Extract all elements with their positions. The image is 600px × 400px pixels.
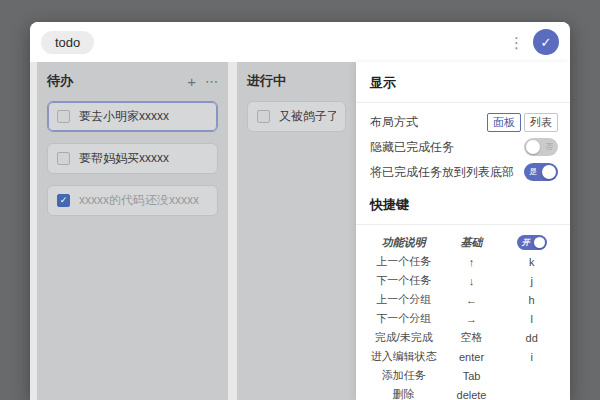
move-completed-toggle[interactable]: 是 [524, 163, 558, 181]
toggle-knob [542, 165, 556, 179]
shortcut-row: 添加任务 Tab [370, 366, 558, 385]
shortcut-row: 下一个分组 → l [370, 309, 558, 328]
shortcut-row: 上一个分组 ← h [370, 290, 558, 309]
divider [356, 102, 570, 103]
toggle-knob [526, 140, 540, 154]
shortcut-function: 上一个任务 [370, 254, 438, 269]
divider [356, 224, 570, 225]
shortcut-row: 上一个任务 ↑ k [370, 252, 558, 271]
toggle-knob [534, 237, 545, 248]
task-checkbox[interactable] [57, 152, 70, 165]
column-doing: 进行中 又被鸽子了 [237, 62, 356, 400]
shortcut-function: 添加任务 [370, 368, 438, 383]
column-doing-title: 进行中 [247, 72, 286, 90]
shortcut-basic-key: enter [438, 351, 506, 363]
app-title-pill: todo [41, 31, 94, 54]
task-text: 要帮妈妈买xxxxx [79, 150, 169, 167]
hide-completed-toggle[interactable]: 否 [524, 138, 558, 156]
column-todo-header: 待办 [47, 70, 218, 92]
shortcut-basic-key: → [438, 313, 506, 325]
shortcut-function: 上一个分组 [370, 292, 438, 307]
shortcuts-col-basic: 基础 [438, 235, 506, 250]
shortcut-row: 进入编辑状态 enter i [370, 347, 558, 366]
shortcut-basic-key: delete [438, 389, 506, 400]
shortcut-adv-key: j [505, 275, 558, 287]
task-checkbox[interactable] [57, 110, 70, 123]
board: 待办 要去小明家xxxxx 要帮妈妈买xxxxx xxxxx的代码还没xxxxx… [30, 62, 570, 400]
shortcut-row: 删除 delete [370, 385, 558, 400]
shortcut-basic-key: ↓ [438, 275, 506, 287]
move-completed-label: 将已完成任务放到列表底部 [370, 164, 514, 181]
shortcut-basic-key: 空格 [438, 330, 506, 345]
task-text: 又被鸽子了 [279, 108, 336, 125]
move-completed-row: 将已完成任务放到列表底部 是 [370, 162, 558, 182]
shortcut-function: 下一个任务 [370, 273, 438, 288]
task-text: 要去小明家xxxxx [79, 108, 169, 125]
shortcuts-col-function: 功能说明 [370, 235, 438, 250]
shortcut-function: 删除 [370, 387, 438, 400]
task-text: xxxxx的代码还没xxxxx [79, 192, 199, 209]
shortcuts-section-title: 快捷键 [370, 196, 558, 214]
display-section-title: 显示 [370, 74, 558, 92]
shortcut-basic-key: Tab [438, 370, 506, 382]
shortcut-adv-key: dd [505, 332, 558, 344]
app-header: todo [30, 22, 570, 62]
task-card[interactable]: 要帮妈妈买xxxxx [47, 143, 218, 174]
layout-setting-row: 布局方式 面板 列表 [370, 112, 558, 132]
shortcut-basic-key: ↑ [438, 256, 506, 268]
toggle-state-label: 是 [529, 168, 537, 176]
shortcut-row: 下一个任务 ↓ j [370, 271, 558, 290]
layout-option-board[interactable]: 面板 [487, 113, 521, 132]
shortcut-basic-key: ← [438, 294, 506, 306]
shortcut-adv-key: l [505, 313, 558, 325]
shortcut-adv-key: k [505, 256, 558, 268]
task-card[interactable]: 要去小明家xxxxx [47, 101, 218, 132]
toggle-state-label: 否 [545, 143, 553, 151]
app-window: todo 待办 要去小明家xxxxx 要帮妈妈买xxxxx [30, 22, 570, 400]
hide-completed-label: 隐藏已完成任务 [370, 139, 454, 156]
add-task-icon[interactable] [187, 74, 196, 89]
kebab-menu-icon[interactable] [509, 35, 524, 50]
shortcut-adv-key: i [505, 351, 558, 363]
layout-segmented-control: 面板 列表 [487, 113, 558, 132]
task-checkbox-checked[interactable] [57, 194, 70, 207]
layout-option-list[interactable]: 列表 [524, 113, 558, 132]
task-card[interactable]: xxxxx的代码还没xxxxx [47, 185, 218, 216]
settings-panel: 显示 布局方式 面板 列表 隐藏已完成任务 否 将已完成任务放到列表底部 [356, 62, 570, 400]
column-todo-title: 待办 [47, 72, 73, 90]
column-doing-header: 进行中 [247, 70, 346, 92]
task-card[interactable]: 又被鸽子了 [247, 101, 346, 132]
shortcuts-header-row: 功能说明 基础 开 [370, 233, 558, 252]
shortcuts-table: 功能说明 基础 开 上一个任务 ↑ k 下一个任务 ↓ [370, 233, 558, 400]
toggle-state-label: 开 [522, 239, 530, 247]
column-more-icon[interactable] [205, 75, 218, 88]
layout-label: 布局方式 [370, 114, 418, 131]
shortcut-function: 完成/未完成 [370, 330, 438, 345]
hide-completed-row: 隐藏已完成任务 否 [370, 137, 558, 157]
advanced-shortcuts-toggle[interactable]: 开 [517, 235, 547, 250]
shortcut-row: 完成/未完成 空格 dd [370, 328, 558, 347]
shortcut-function: 下一个分组 [370, 311, 438, 326]
confirm-button[interactable] [533, 29, 559, 55]
check-icon [541, 36, 552, 49]
shortcut-function: 进入编辑状态 [370, 349, 438, 364]
task-checkbox[interactable] [257, 110, 270, 123]
shortcut-adv-key: h [505, 294, 558, 306]
column-todo: 待办 要去小明家xxxxx 要帮妈妈买xxxxx xxxxx的代码还没xxxxx [37, 62, 228, 400]
